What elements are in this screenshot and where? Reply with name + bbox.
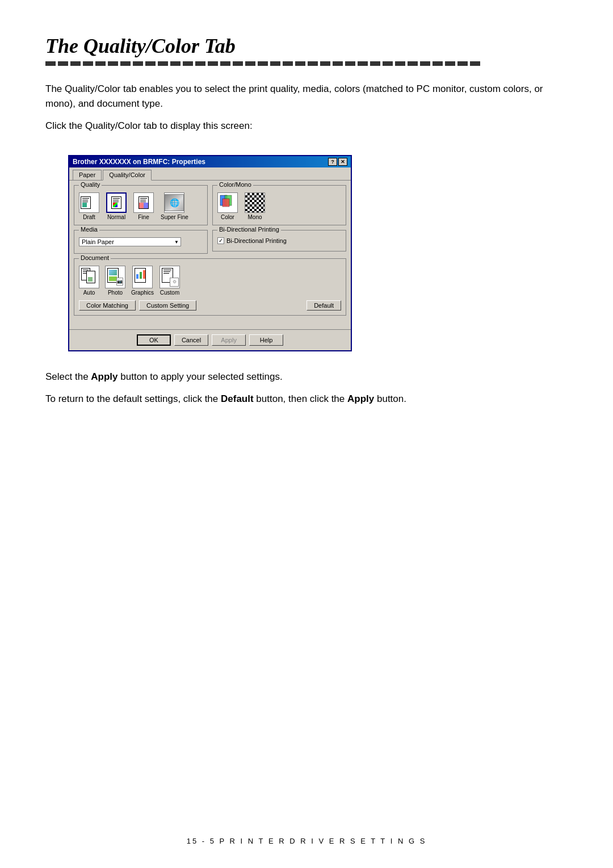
quality-normal-icon (106, 192, 127, 213)
bidirectional-checkbox[interactable]: ✓ (217, 237, 224, 244)
media-select-wrapper: Plain Paper Glossy Paper Transparency (79, 237, 181, 246)
default-paragraph: To return to the default settings, click… (45, 392, 568, 406)
svg-rect-2 (222, 199, 229, 207)
click-paragraph: Click the Quality/Color tab to display t… (45, 119, 568, 133)
quality-draft-item[interactable]: Draft (79, 192, 99, 220)
bidirectional-groupbox: Bi-Directional Printing ✓ Bi-Directional… (212, 230, 346, 251)
apply-button[interactable]: Apply (212, 334, 246, 346)
intro-paragraph: The Quality/Color tab enables you to sel… (45, 82, 568, 111)
custom-setting-button[interactable]: Custom Setting (139, 300, 196, 311)
doc-auto-label: Auto (83, 290, 95, 296)
quality-draft-icon (79, 192, 99, 213)
mono-icon (245, 192, 265, 213)
media-groupbox: Media Plain Paper Glossy Paper Transpare… (74, 230, 208, 254)
document-group-label: Document (79, 254, 111, 261)
dialog-wrapper: Brother XXXXXXX on BRMFC: Properties ? ✕… (68, 155, 352, 351)
quality-normal-label: Normal (107, 214, 125, 220)
doc-photo-label: Photo (108, 290, 123, 296)
document-icons-row: Auto 📷 Photo (79, 261, 341, 296)
quality-fine-item[interactable]: Fine (133, 192, 154, 220)
dialog-footer: OK Cancel Apply Help (69, 329, 351, 350)
color-mono-group-label: Color/Mono (217, 181, 253, 188)
tab-paper[interactable]: Paper (73, 170, 102, 180)
media-row: Plain Paper Glossy Paper Transparency (79, 233, 203, 249)
default-button[interactable]: Default (306, 300, 341, 311)
quality-icons-row: Draft (79, 188, 203, 220)
bidirectional-column: Bi-Directional Printing ✓ Bi-Directional… (212, 230, 346, 258)
quality-normal-item[interactable]: Normal (106, 192, 127, 220)
color-item[interactable]: Color (217, 192, 238, 220)
doc-graphics-icon (132, 266, 153, 288)
color-mono-column: Color/Mono (212, 185, 346, 230)
bottom-buttons-row: Color Matching Custom Setting Default (79, 300, 341, 311)
doc-auto-item[interactable]: Auto (79, 266, 99, 296)
cancel-button[interactable]: Cancel (174, 334, 208, 346)
ok-button[interactable]: OK (137, 334, 171, 346)
document-groupbox: Document (74, 258, 346, 316)
close-titlebar-btn[interactable]: ✕ (338, 158, 347, 166)
svg-rect-3 (136, 274, 138, 279)
color-icon (217, 192, 238, 213)
quality-superfine-icon: 🌐 (164, 192, 184, 213)
tab-bar: Paper Quality/Color (69, 167, 351, 180)
help-button[interactable]: Help (249, 334, 283, 346)
color-mono-icons-row: Color Mono (217, 188, 341, 220)
win-dialog: Brother XXXXXXX on BRMFC: Properties ? ✕… (68, 155, 352, 351)
media-select[interactable]: Plain Paper Glossy Paper Transparency (79, 237, 181, 246)
doc-custom-item[interactable]: ⚙ Custom (159, 266, 180, 296)
quality-superfine-item[interactable]: 🌐 Super Fine (161, 192, 188, 220)
title-underline (45, 61, 568, 66)
doc-graphics-item[interactable]: Graphics (131, 266, 154, 296)
bidirectional-group-label: Bi-Directional Printing (217, 226, 281, 233)
doc-photo-icon: 📷 (105, 266, 125, 288)
doc-custom-icon: ⚙ (159, 266, 180, 288)
mono-item[interactable]: Mono (245, 192, 265, 220)
media-group-label: Media (79, 226, 99, 233)
quality-fine-label: Fine (138, 214, 149, 220)
quality-groupbox: Quality (74, 185, 208, 225)
bidirectional-label: Bi-Directional Printing (226, 237, 287, 244)
dialog-body: Quality (69, 180, 351, 329)
color-icon-label: Color (221, 214, 234, 220)
doc-graphics-label: Graphics (131, 290, 154, 296)
page-title: The Quality/Color Tab (45, 34, 568, 58)
page-footer: 15 - 5 P R I N T E R D R I V E R S E T T… (0, 837, 613, 845)
quality-draft-label: Draft (83, 214, 95, 220)
bottom-left-buttons: Color Matching Custom Setting (79, 300, 196, 311)
quality-column: Quality (74, 185, 208, 230)
svg-rect-4 (140, 272, 142, 279)
quality-group-label: Quality (79, 181, 102, 188)
color-matching-button[interactable]: Color Matching (79, 300, 136, 311)
middle-row: Media Plain Paper Glossy Paper Transpare… (74, 230, 346, 258)
svg-rect-5 (143, 270, 145, 279)
doc-custom-label: Custom (160, 290, 179, 296)
quality-fine-icon (133, 192, 154, 213)
doc-photo-item[interactable]: 📷 Photo (105, 266, 125, 296)
mono-icon-label: Mono (247, 214, 262, 220)
top-row: Quality (74, 185, 346, 230)
doc-auto-icon (79, 266, 99, 288)
apply-paragraph: Select the Apply button to apply your se… (45, 370, 568, 384)
titlebar-buttons: ? ✕ (328, 158, 347, 166)
tab-quality-color[interactable]: Quality/Color (103, 170, 152, 181)
dialog-title: Brother XXXXXXX on BRMFC: Properties (73, 158, 205, 166)
bidirectional-row[interactable]: ✓ Bi-Directional Printing (217, 233, 341, 246)
win-titlebar: Brother XXXXXXX on BRMFC: Properties ? ✕ (69, 156, 351, 167)
help-titlebar-btn[interactable]: ? (328, 158, 337, 166)
color-mono-groupbox: Color/Mono (212, 185, 346, 225)
quality-superfine-label: Super Fine (161, 214, 188, 220)
